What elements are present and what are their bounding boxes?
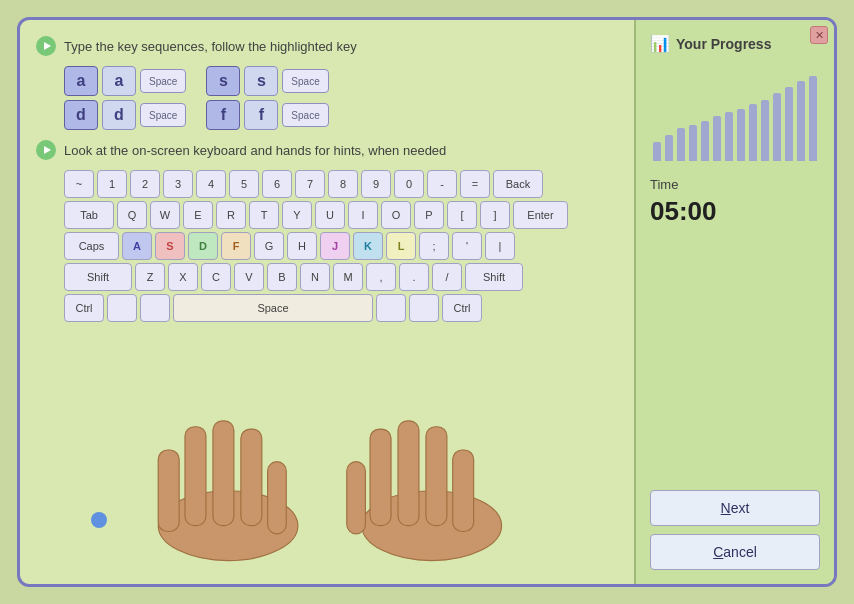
kb-row-zxcv: Shift Z X C V B N M , . / Shift [64,263,618,291]
key-fn2 [140,294,170,322]
key-f-2: f [244,100,278,130]
key-i: I [348,201,378,229]
key-space: Space [173,294,373,322]
play-button-2[interactable] [36,140,56,160]
progress-bar-6 [725,112,733,161]
key-l: L [386,232,416,260]
key-w: W [150,201,180,229]
time-section: Time 05:00 [650,177,717,227]
key-d-1: d [64,100,98,130]
kb-row-qwerty: Tab Q W E R T Y U I O P [ ] Enter [64,201,618,229]
progress-bar-3 [689,125,697,161]
key-1: 1 [97,170,127,198]
key-fn1 [107,294,137,322]
key-x: X [168,263,198,291]
svg-rect-4 [241,429,262,526]
key-caps: Caps [64,232,119,260]
cancel-button[interactable]: Cancel [650,534,820,570]
key-3: 3 [163,170,193,198]
key-a-2: a [102,66,136,96]
key-shift-right: Shift [465,263,523,291]
key-backspace: Back [493,170,543,198]
hands-svg [36,332,618,568]
key-group-2: s s Space f f Space [206,66,328,130]
key-t: T [249,201,279,229]
kb-row-numbers: ~ 1 2 3 4 5 6 7 8 9 0 - = Back [64,170,618,198]
next-label: Next [721,500,750,516]
key-s-2: s [244,66,278,96]
main-container: Type the key sequences, follow the highl… [17,17,837,587]
key-comma: , [366,263,396,291]
hands-area [36,332,618,568]
svg-rect-11 [453,450,474,531]
key-fn4 [409,294,439,322]
key-ctrl-right: Ctrl [442,294,482,322]
key-f-1: f [206,100,240,130]
key-k: K [353,232,383,260]
key-v: V [234,263,264,291]
time-label: Time [650,177,717,192]
progress-bar-10 [773,93,781,161]
key-8: 8 [328,170,358,198]
svg-rect-7 [347,462,366,534]
key-z: Z [135,263,165,291]
key-u: U [315,201,345,229]
key-q: Q [117,201,147,229]
key-space-1: Space [140,69,186,93]
progress-bar-4 [701,121,709,161]
progress-bar-8 [749,104,757,161]
key-c: C [201,263,231,291]
svg-rect-9 [398,421,419,526]
progress-bar-2 [677,128,685,161]
key-s: S [155,232,185,260]
progress-title-text: Your Progress [676,36,771,52]
play-button-1[interactable] [36,36,56,56]
key-row-1a: a a Space [64,66,186,96]
key-space-4: Space [282,103,328,127]
key-n: N [300,263,330,291]
instruction-row-2: Look at the on-screen keyboard and hands… [36,140,618,160]
key-0: 0 [394,170,424,198]
instruction-row-1: Type the key sequences, follow the highl… [36,36,618,56]
key-y: Y [282,201,312,229]
key-space-3: Space [282,69,328,93]
progress-bar-13 [809,76,817,161]
key-enter: Enter [513,201,568,229]
key-d: D [188,232,218,260]
progress-bar-0 [653,142,661,161]
key-rbracket: ] [480,201,510,229]
key-tab: Tab [64,201,114,229]
key-r: R [216,201,246,229]
key-h: H [287,232,317,260]
next-button[interactable]: Next [650,490,820,526]
key-p: P [414,201,444,229]
progress-bar-1 [665,135,673,161]
key-quote: ' [452,232,482,260]
action-buttons: Next Cancel [650,490,820,570]
close-button[interactable]: ✕ [810,26,828,44]
key-sequences: a a Space d d Space s s Space f [64,66,618,130]
svg-rect-2 [185,427,206,526]
right-panel: ✕ 📊 Your Progress Time 05:00 Next Cancel [634,20,834,584]
key-d-2: d [102,100,136,130]
key-lbracket: [ [447,201,477,229]
key-pipe: | [485,232,515,260]
svg-rect-5 [268,462,287,534]
key-minus: - [427,170,457,198]
kb-row-space: Ctrl Space Ctrl [64,294,618,322]
key-2: 2 [130,170,160,198]
key-row-2f: f f Space [206,100,328,130]
key-equals: = [460,170,490,198]
key-a: A [122,232,152,260]
key-row-1d: d d Space [64,100,186,130]
key-slash: / [432,263,462,291]
key-shift-left: Shift [64,263,132,291]
progress-bar-9 [761,100,769,161]
key-ctrl-left: Ctrl [64,294,104,322]
key-space-2: Space [140,103,186,127]
kb-row-asdf: Caps A S D F G H J K L ; ' | [64,232,618,260]
svg-rect-10 [426,427,447,526]
key-a-1: a [64,66,98,96]
keyboard-area: ~ 1 2 3 4 5 6 7 8 9 0 - = Back Tab Q W E [64,170,618,322]
time-value: 05:00 [650,196,717,227]
